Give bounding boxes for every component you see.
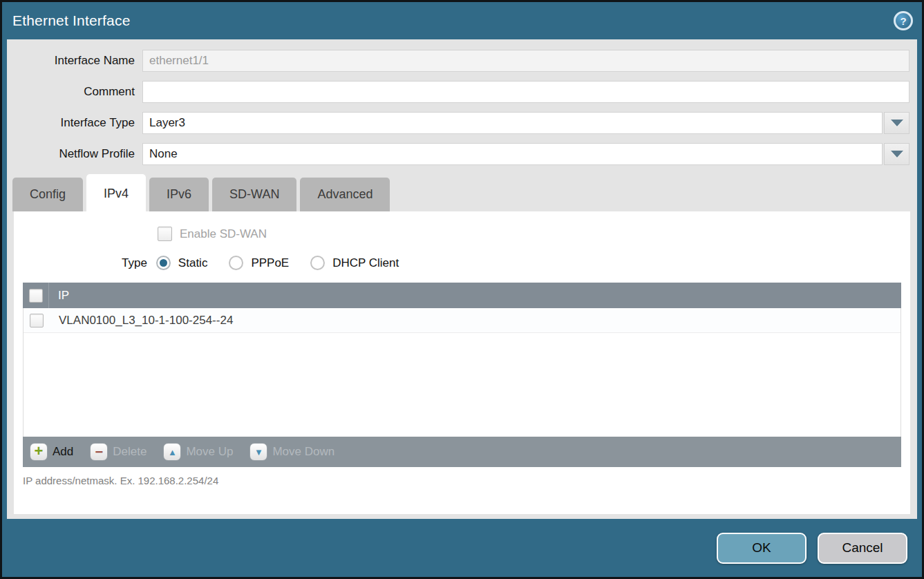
- ip-netmask-hint: IP address/netmask. Ex. 192.168.2.254/24: [23, 475, 901, 486]
- row-checkbox[interactable]: [30, 314, 44, 328]
- add-button-label: Add: [53, 445, 73, 459]
- radio-label-dhcp-client: DHCP Client: [332, 256, 399, 270]
- radio-option-dhcp-client[interactable]: DHCP Client: [310, 256, 399, 270]
- form-row-netflow-profile: Netflow Profile: [7, 143, 917, 165]
- select-all-checkbox[interactable]: [29, 289, 43, 303]
- add-button[interactable]: + Add: [30, 443, 73, 461]
- row-check-cell: [23, 308, 50, 332]
- type-label: Type: [122, 256, 147, 270]
- enable-sdwan-label: Enable SD-WAN: [180, 227, 267, 241]
- tab-ipv4[interactable]: IPv4: [86, 174, 146, 211]
- titlebar: Ethernet Interface ?: [2, 2, 922, 39]
- netflow-profile-label: Netflow Profile: [7, 147, 142, 161]
- arrow-up-icon: ▲: [163, 443, 181, 461]
- tab-sd-wan[interactable]: SD-WAN: [212, 178, 296, 211]
- tab-advanced[interactable]: Advanced: [300, 178, 390, 211]
- comment-label: Comment: [7, 85, 142, 99]
- ip-table-toolbar: + Add − Delete ▲ Move Up ▼ Move Down: [23, 437, 901, 467]
- enable-sdwan-row: Enable SD-WAN: [14, 211, 910, 241]
- ok-button[interactable]: OK: [717, 533, 807, 564]
- move-down-button[interactable]: ▼ Move Down: [249, 443, 334, 461]
- chevron-down-icon: [891, 151, 903, 158]
- ip-cell-value: VLAN0100_L3_10-1-100-254--24: [50, 314, 233, 328]
- table-row[interactable]: VLAN0100_L3_10-1-100-254--24: [23, 308, 901, 333]
- delete-button-label: Delete: [113, 445, 147, 459]
- minus-icon: −: [90, 443, 108, 461]
- header-check-cell: [23, 283, 49, 308]
- interface-type-combo: [142, 112, 909, 134]
- dialog-body: Interface Name Comment Interface Type Ne…: [7, 39, 917, 519]
- chevron-down-icon: [891, 120, 903, 126]
- ip-table-body: VLAN0100_L3_10-1-100-254--24: [23, 308, 901, 437]
- ipv4-tab-panel: Enable SD-WAN Type Static PPPoE DHCP Cli…: [14, 211, 910, 514]
- arrow-down-icon: ▼: [249, 443, 267, 461]
- interface-type-label: Interface Type: [7, 116, 142, 130]
- ip-table: IP VLAN0100_L3_10-1-100-254--24 + Add: [23, 283, 901, 467]
- interface-type-dropdown-button[interactable]: [884, 112, 909, 134]
- interface-name-field: [142, 50, 909, 72]
- form-row-comment: Comment: [7, 81, 917, 103]
- help-icon[interactable]: ?: [894, 11, 913, 30]
- delete-button[interactable]: − Delete: [90, 443, 147, 461]
- help-icon-glyph: ?: [900, 15, 906, 27]
- radio-option-pppoe[interactable]: PPPoE: [229, 256, 289, 270]
- tab-config[interactable]: Config: [12, 178, 83, 211]
- move-up-button[interactable]: ▲ Move Up: [163, 443, 233, 461]
- form-row-interface-name: Interface Name: [7, 50, 917, 72]
- radio-label-pppoe: PPPoE: [251, 256, 289, 270]
- type-radio-group: Type Static PPPoE DHCP Client: [14, 256, 910, 270]
- ip-table-header: IP: [23, 283, 901, 308]
- dialog-footer: OK Cancel: [2, 519, 922, 577]
- radio-icon: [156, 256, 171, 270]
- interface-name-label: Interface Name: [7, 54, 142, 68]
- plus-icon: +: [30, 443, 48, 461]
- netflow-profile-combo: [142, 143, 909, 165]
- comment-field[interactable]: [142, 81, 909, 103]
- radio-option-static[interactable]: Static: [156, 256, 208, 270]
- ethernet-interface-dialog: Ethernet Interface ? Interface Name Comm…: [0, 0, 924, 579]
- tab-ipv6[interactable]: IPv6: [149, 178, 209, 211]
- move-down-button-label: Move Down: [272, 445, 334, 459]
- enable-sdwan-checkbox[interactable]: [158, 227, 172, 241]
- tab-bar: Config IPv4 IPv6 SD-WAN Advanced: [7, 174, 917, 211]
- cancel-button[interactable]: Cancel: [818, 533, 907, 564]
- netflow-profile-field[interactable]: [142, 143, 883, 165]
- radio-icon: [310, 256, 325, 270]
- radio-icon: [229, 256, 243, 270]
- form-row-interface-type: Interface Type: [7, 112, 917, 134]
- move-up-button-label: Move Up: [186, 445, 233, 459]
- radio-label-static: Static: [178, 256, 208, 270]
- netflow-profile-dropdown-button[interactable]: [884, 143, 909, 165]
- ip-column-header: IP: [49, 289, 69, 303]
- dialog-title: Ethernet Interface: [12, 12, 131, 29]
- interface-type-field[interactable]: [142, 112, 883, 134]
